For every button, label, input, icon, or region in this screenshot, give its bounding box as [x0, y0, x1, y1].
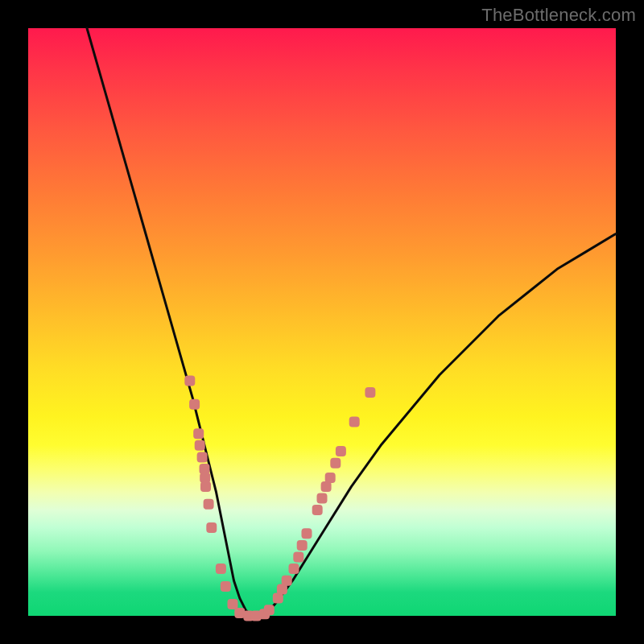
data-marker	[193, 428, 204, 439]
data-marker	[184, 376, 195, 386]
data-marker	[216, 564, 226, 574]
bottleneck-curve	[87, 28, 616, 616]
data-marker	[195, 440, 205, 451]
watermark-text: TheBottleneck.com	[481, 5, 636, 26]
data-marker	[289, 564, 299, 574]
data-marker	[317, 493, 328, 504]
data-marker	[282, 576, 292, 586]
data-marker	[228, 599, 238, 609]
data-marker	[325, 473, 336, 483]
data-marker	[200, 481, 211, 492]
data-marker	[204, 499, 214, 510]
data-marker	[302, 528, 312, 539]
data-markers	[184, 376, 375, 621]
data-marker	[297, 540, 308, 551]
chart-svg	[28, 28, 616, 616]
chart-frame: TheBottleneck.com	[0, 0, 644, 644]
data-marker	[189, 399, 200, 410]
data-marker	[365, 387, 375, 398]
data-marker	[264, 605, 275, 615]
data-marker	[336, 446, 346, 456]
data-marker	[312, 505, 323, 515]
curve-path	[87, 28, 616, 616]
data-marker	[206, 522, 217, 533]
data-marker	[221, 581, 231, 592]
data-marker	[293, 552, 303, 563]
data-marker	[330, 458, 341, 469]
plot-area	[28, 28, 616, 616]
data-marker	[197, 452, 208, 462]
data-marker	[349, 417, 360, 427]
